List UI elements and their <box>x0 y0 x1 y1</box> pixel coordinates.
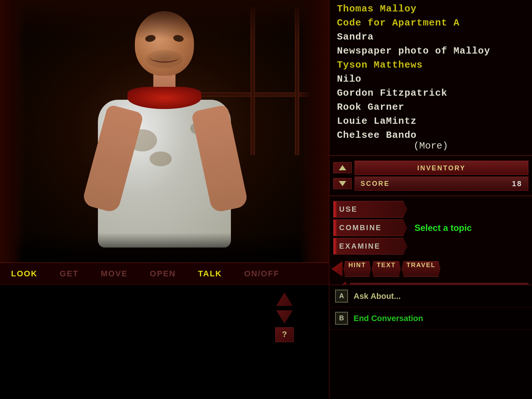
down-arrow-icon <box>339 181 346 186</box>
examine-button[interactable]: EXAMINE <box>333 238 407 255</box>
option-b-text: End Conversation <box>354 314 423 323</box>
topic-item-code-apartment[interactable]: Code for Apartment A <box>335 16 526 30</box>
option-a-text: Ask About... <box>354 291 401 301</box>
topic-item-gordon-fitzpatrick[interactable]: Gordon Fitzpatrick <box>335 86 526 100</box>
conversation-scroll-down[interactable] <box>275 310 294 324</box>
topic-item-tyson-matthews[interactable]: Tyson Matthews <box>335 58 526 72</box>
more-button[interactable]: (More) <box>330 139 532 153</box>
up-arrow-icon <box>339 165 346 170</box>
character-bandana <box>127 87 201 109</box>
inventory-scroll-up[interactable] <box>333 162 352 173</box>
topic-item-rook-garner[interactable]: Rook Garner <box>335 100 526 114</box>
option-b-label: B <box>335 312 348 325</box>
topic-item-louie-lamintz[interactable]: Louie LaMintz <box>335 114 526 128</box>
character-background <box>0 0 329 262</box>
onoff-button[interactable]: ON/OFF <box>244 269 279 279</box>
use-button[interactable]: USE <box>333 201 407 218</box>
score-row: SCORE 18 <box>333 177 528 191</box>
move-button[interactable]: MOVE <box>101 269 128 279</box>
look-button[interactable]: LOOK <box>11 269 38 279</box>
option-a-label: A <box>335 290 348 303</box>
conversation-area: A Ask About... B End Conversation <box>329 284 532 399</box>
topic-item-nilo[interactable]: Nilo <box>335 72 526 86</box>
open-button[interactable]: OPEN <box>150 269 176 279</box>
inventory-button[interactable]: INVENTORY <box>355 161 528 175</box>
topic-item-newspaper-photo[interactable]: Newspaper photo of Malloy <box>335 44 526 58</box>
character-eye-right <box>173 34 184 43</box>
character-head <box>135 11 194 76</box>
conversation-help-button[interactable]: ? <box>275 327 294 342</box>
conversation-option-b[interactable]: B End Conversation <box>330 307 532 330</box>
panel-divider-1 <box>330 155 532 156</box>
hint-row: HINT TEXT TRAVEL <box>330 259 532 279</box>
combine-button[interactable]: COMBINE <box>333 219 407 236</box>
select-topic-label: Select a topic <box>411 223 472 233</box>
topic-item-chelsee-bando[interactable]: Chelsee Bando <box>335 128 526 139</box>
hint-arrow-icon <box>331 261 342 277</box>
panel-divider-2 <box>330 195 532 196</box>
topic-item-thomas-malloy[interactable]: Thomas Malloy <box>335 2 526 16</box>
score-value: 18 <box>512 177 522 191</box>
character-beard <box>146 50 183 68</box>
bottom-gradient <box>0 233 329 262</box>
action-buttons-panel: USE COMBINE EXAMINE Select a topic <box>330 198 532 258</box>
window-crossbar-vertical-2 <box>295 7 299 155</box>
score-button[interactable]: SCORE 18 <box>355 177 528 191</box>
get-button[interactable]: GET <box>60 269 79 279</box>
conversation-option-a[interactable]: A Ask About... <box>330 285 532 307</box>
topic-item-sandra[interactable]: Sandra <box>335 30 526 44</box>
travel-button[interactable]: TRAVEL <box>402 261 440 277</box>
character-eye-left <box>145 34 156 43</box>
inventory-row: INVENTORY <box>333 161 528 175</box>
hint-button[interactable]: HINT <box>344 261 371 277</box>
action-bar: LOOK GET MOVE OPEN TALK ON/OFF <box>0 262 329 284</box>
dirt-stain-2 <box>150 151 172 166</box>
score-scroll-down[interactable] <box>333 178 352 189</box>
conversation-scroll-up[interactable] <box>275 292 294 307</box>
game-view <box>0 0 329 262</box>
controls-area: INVENTORY SCORE 18 <box>330 158 532 194</box>
score-label: SCORE <box>361 177 390 191</box>
talk-button[interactable]: TALK <box>198 269 222 279</box>
text-button[interactable]: TEXT <box>372 261 400 277</box>
topic-list: Thomas Malloy Code for Apartment A Sandr… <box>330 0 532 139</box>
conversation-arrows: ? <box>273 292 296 342</box>
